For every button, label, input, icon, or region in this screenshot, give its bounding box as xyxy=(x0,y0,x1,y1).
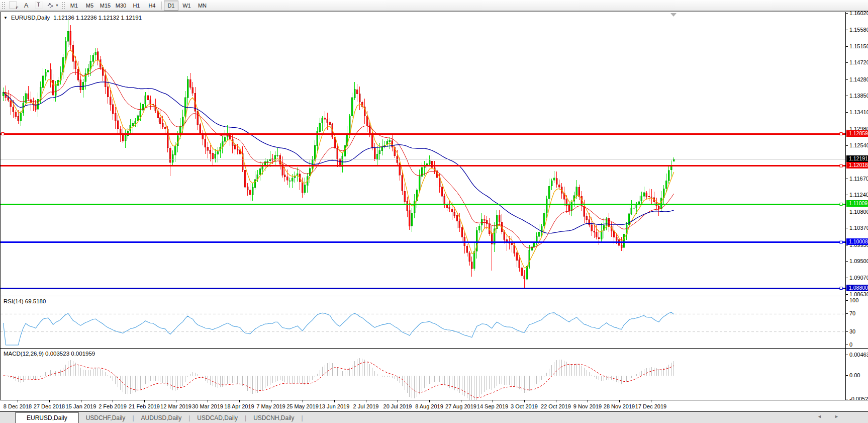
date-axis-label: 21 Feb 2019 xyxy=(129,403,160,409)
dashed-box-f-icon: F xyxy=(10,2,17,9)
price-axis-tick-label: 1.11240 xyxy=(849,192,868,198)
date-axis-tick xyxy=(334,400,335,402)
tab-scroll-right-icon[interactable]: ► xyxy=(834,414,839,419)
toolbar-separator xyxy=(161,2,162,10)
tab-scroll-left-icon[interactable]: ◄ xyxy=(817,414,822,419)
price-axis-tick xyxy=(846,145,848,146)
timeframe-button-h4[interactable]: H4 xyxy=(145,1,159,11)
date-axis-label: 2 Feb 2019 xyxy=(99,403,127,409)
price-chart-canvas[interactable] xyxy=(1,13,845,296)
line-handle xyxy=(840,203,842,205)
line-handle xyxy=(840,164,842,167)
macd-axis-tick-label: 0.00 xyxy=(849,372,860,378)
date-axis-tick xyxy=(208,400,208,402)
date-axis-label: 3 Oct 2019 xyxy=(511,403,538,409)
mt4-window: F A T ▼ M1M5M15M30H1H4D1W1MN ▼ EURUSD,Da… xyxy=(0,0,868,423)
date-axis-label: 27 Dec 2018 xyxy=(34,403,65,409)
line-handle xyxy=(840,133,842,135)
text-label-icon[interactable]: A xyxy=(20,1,32,11)
macd-pane[interactable]: MACD(12,26,9) 0.003523 0.001959 0.004630… xyxy=(0,348,868,400)
timeframe-button-m15[interactable]: M15 xyxy=(98,1,113,11)
chart-tab-audusd[interactable]: AUDUSD,Daily xyxy=(134,413,189,423)
macd-axis-tick xyxy=(846,355,848,355)
date-axis-tick xyxy=(239,400,240,402)
rsi-canvas[interactable] xyxy=(1,297,845,348)
date-axis-label: 8 Aug 2019 xyxy=(415,403,443,409)
draw-objects-icon xyxy=(47,2,54,9)
price-axis-tick-label: 1.13410 xyxy=(849,109,868,115)
date-axis-tick xyxy=(651,400,651,402)
rsi-line xyxy=(4,312,674,345)
level-price-label: 1.12018 xyxy=(846,162,868,168)
price-axis-tick xyxy=(846,96,848,96)
rsi-pane[interactable]: RSI(14) 69.5180 10070300 xyxy=(0,296,868,348)
timeframe-button-m5[interactable]: M5 xyxy=(82,1,97,11)
timeframe-button-mn[interactable]: MN xyxy=(195,1,210,11)
date-axis-label: 22 Oct 2019 xyxy=(541,403,571,409)
current-price-label: 1.12191 xyxy=(846,155,868,162)
toolbar: F A T ▼ M1M5M15M30H1H4D1W1MN xyxy=(0,0,868,11)
line-handle xyxy=(2,133,4,135)
price-axis-tick xyxy=(846,195,848,195)
chart-tab-eurusd[interactable]: EURUSD,Daily xyxy=(15,412,79,423)
chart-tab-usdcad[interactable]: USDCAD,Daily xyxy=(190,413,245,423)
price-axis-tick-label: 1.12540 xyxy=(849,142,868,148)
timeframe-button-m1[interactable]: M1 xyxy=(67,1,81,11)
date-axis-tick xyxy=(366,400,366,402)
price-axis-tick-label: 1.11670 xyxy=(849,176,868,182)
date-axis-label: 27 Aug 2019 xyxy=(445,403,476,409)
price-axis-tick-label: 1.09500 xyxy=(849,258,868,264)
rsi-axis-tick-label: 0 xyxy=(849,342,852,348)
chart-symbol-label: EURUSD,Daily xyxy=(11,15,50,21)
price-axis-tick xyxy=(846,228,848,228)
price-axis[interactable]: 1.160201.155801.151501.147201.142801.138… xyxy=(845,12,868,296)
date-axis-tick xyxy=(176,400,176,402)
date-axis-tick xyxy=(303,400,303,402)
timeframe-button-m30[interactable]: M30 xyxy=(114,1,128,11)
line-handle xyxy=(840,287,842,290)
date-axis-tick xyxy=(429,400,430,402)
date-axis-tick xyxy=(49,400,50,402)
price-axis-tick xyxy=(846,13,848,14)
level-price-label: 1.11009 xyxy=(846,200,868,207)
chart-title: ▼ EURUSD,Daily 1.12136 1.12236 1.12132 1… xyxy=(4,15,142,21)
level-price-label: 1.08800 xyxy=(846,285,868,291)
level-price-label: 1.10008 xyxy=(846,238,868,245)
chart-tab-usdchf[interactable]: USDCHF,Daily xyxy=(79,413,133,423)
date-axis-label: 2 Jul 2019 xyxy=(353,403,379,409)
toolbar-grip[interactable] xyxy=(61,2,65,10)
chart-menu-arrow-icon[interactable]: ▼ xyxy=(4,16,8,20)
rsi-axis[interactable]: 10070300 xyxy=(845,296,868,348)
dashed-box-f-icon[interactable]: F xyxy=(7,1,19,11)
price-axis-tick xyxy=(846,30,848,30)
chart-ohlc-values: 1.12136 1.12236 1.12132 1.12191 xyxy=(53,15,142,21)
price-axis-tick xyxy=(846,62,848,63)
price-axis-tick-label: 1.15580 xyxy=(849,27,868,33)
date-axis[interactable]: 8 Dec 201827 Dec 201815 Jan 20192 Feb 20… xyxy=(0,400,868,411)
price-chart-pane[interactable]: ▼ EURUSD,Daily 1.12136 1.12236 1.12132 1… xyxy=(0,12,868,296)
rsi-title: RSI(14) 69.5180 xyxy=(4,298,46,304)
price-axis-tick xyxy=(846,112,848,113)
rsi-axis-tick-label: 30 xyxy=(849,328,855,334)
timeframe-button-h1[interactable]: H1 xyxy=(129,1,144,11)
date-axis-label: 9 Nov 2019 xyxy=(573,403,602,409)
level-price-label: 1.12859 xyxy=(846,130,868,137)
text-tool-icon[interactable]: T xyxy=(33,1,45,11)
rsi-axis-tick-label: 70 xyxy=(849,310,855,316)
timeframe-button-d1[interactable]: D1 xyxy=(164,1,178,11)
draw-objects-icon[interactable]: ▼ xyxy=(46,1,59,11)
date-axis-tick xyxy=(398,400,398,402)
chart-tab-usdcnh[interactable]: USDCNH,Daily xyxy=(246,413,301,423)
macd-axis[interactable]: 0.004630.00-0.005299 xyxy=(845,349,868,400)
line-handle xyxy=(840,241,842,243)
date-axis-tick xyxy=(619,400,620,402)
rsi-axis-tick xyxy=(846,313,848,314)
rsi-axis-tick-label: 100 xyxy=(849,297,858,303)
macd-canvas[interactable] xyxy=(1,349,845,400)
date-axis-label: 25 May 2019 xyxy=(286,403,319,409)
toolbar-grip[interactable] xyxy=(2,2,5,10)
price-axis-tick xyxy=(846,212,848,212)
price-axis-tick-label: 1.10370 xyxy=(849,225,868,231)
date-axis-label: 28 Nov 2019 xyxy=(604,403,635,409)
timeframe-button-w1[interactable]: W1 xyxy=(179,1,194,11)
